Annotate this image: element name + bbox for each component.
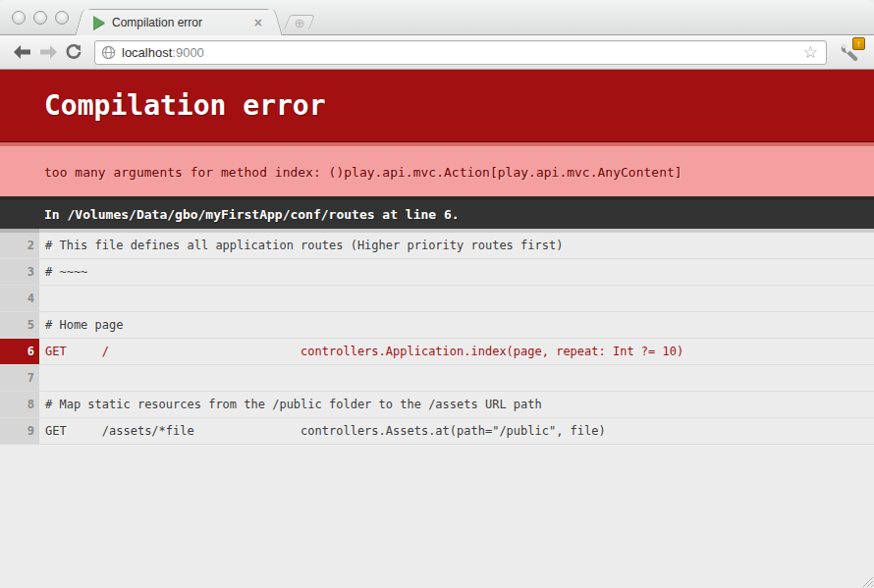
window-controls [12,11,69,25]
bookmark-star-icon[interactable]: ☆ [801,44,820,61]
address-bar[interactable]: localhost:9000 ☆ [94,40,827,65]
line-code: # ~~~~ [39,259,874,285]
line-code [39,365,874,391]
line-number: 6 [0,339,39,364]
tab-close-icon[interactable]: × [250,16,266,29]
browser-toolbar: localhost:9000 ☆ ↑ [0,35,874,70]
play-framework-favicon [93,16,105,29]
back-arrow-icon [14,45,31,59]
url-host: localhost [122,45,172,60]
browser-window: Compilation error × ⊕ [0,0,874,588]
error-page: Compilation error too many arguments for… [0,70,874,587]
line-number: 3 [0,259,39,285]
tab-compilation-error[interactable]: Compilation error × [84,9,273,35]
error-location: In /Volumes/Data/gbo/myFirstApp/conf/rou… [0,196,874,229]
update-arrow-icon: ↑ [856,38,861,49]
line-number: 7 [0,365,39,391]
code-line-row: 3 # ~~~~ [0,259,874,286]
tab-title: Compilation error [112,16,250,29]
code-line-row: 9 GET /assets/*file controllers.Assets.a… [0,418,874,445]
line-number: 9 [0,418,39,444]
line-number: 8 [0,392,39,417]
browser-menu-button[interactable]: ↑ [837,39,864,65]
reload-button[interactable] [61,39,86,65]
line-code: # Map static resources from the /public … [39,392,874,417]
source-listing: 2 # This file defines all application ro… [0,229,874,445]
line-number: 2 [0,229,39,258]
reload-icon [65,43,82,61]
page-title: Compilation error [0,70,874,142]
line-code: GET /assets/*file controllers.Assets.at(… [39,418,874,444]
code-line-row: 7 [0,365,874,392]
line-code: GET / controllers.Application.index(page… [39,339,874,364]
code-line-row: 5 # Home page [0,312,874,339]
resize-grip[interactable] [859,573,873,587]
line-code: # Home page [39,312,874,338]
tab-strip: Compilation error × ⊕ [0,0,874,35]
error-detail: too many arguments for method index: ()p… [0,142,874,196]
new-tab-plus-icon: ⊕ [294,17,304,29]
code-line-row: 4 [0,286,874,312]
line-number: 4 [0,286,39,311]
code-line-row: 6 GET / controllers.Application.index(pa… [0,339,874,365]
update-badge: ↑ [852,37,865,50]
url-port: :9000 [172,45,204,60]
code-line-row: 8 # Map static resources from the /publi… [0,392,874,418]
code-line-row: 2 # This file defines all application ro… [0,229,874,259]
line-code [39,286,874,311]
new-tab-button[interactable]: ⊕ [284,15,315,29]
window-close-button[interactable] [12,11,26,25]
back-button[interactable] [10,39,35,65]
forward-arrow-icon [39,45,57,59]
line-number: 5 [0,312,39,338]
line-code: # This file defines all application rout… [39,229,874,258]
url-text[interactable]: localhost:9000 [122,45,801,60]
globe-icon [101,45,116,60]
forward-button[interactable] [35,39,61,65]
window-minimize-button[interactable] [33,11,47,25]
window-zoom-button[interactable] [55,11,69,25]
